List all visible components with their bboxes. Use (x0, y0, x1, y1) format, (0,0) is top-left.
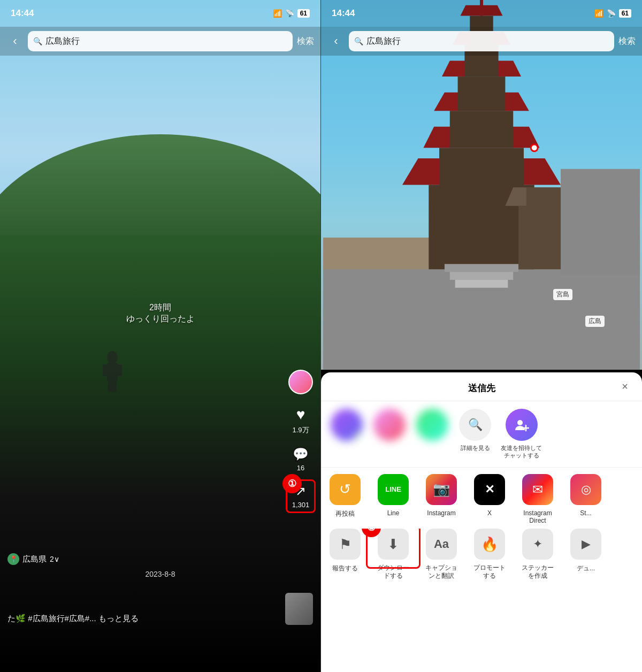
status-bar-left: 14:44 📶 📡 61 (0, 0, 320, 27)
download-item-wrap: ② ⬇ ダウンロードする (369, 529, 417, 579)
apps-row-2: ⚑ 報告する ② ⬇ ダウンロードする Aa キャプ (321, 529, 642, 584)
location-name: 広島県 (22, 554, 47, 564)
share-count: 1,301 (292, 501, 310, 509)
comment-button[interactable]: 💬 16 (293, 447, 309, 472)
svg-rect-25 (450, 272, 513, 280)
search-text-left: 広島旅行 (45, 36, 80, 47)
download-label: ダウンロードする (377, 564, 409, 579)
app-sticker[interactable]: ✦ ステッカーを作成 (514, 529, 562, 579)
tags-text[interactable]: た🌿 #広島旅行#広島#... もっと見る (7, 614, 139, 623)
report-icon: ⚑ (330, 529, 361, 560)
share-sheet-header: 送信先 × (321, 372, 642, 401)
line-label: Line (387, 509, 400, 517)
contacts-row: 🔍 詳細を見る 友達を招待してチャットする (321, 401, 642, 467)
share-sheet-title: 送信先 (468, 382, 495, 394)
tags-area: た🌿 #広島旅行#広島#... もっと見る (7, 614, 283, 624)
x-label: X (487, 509, 492, 517)
video-text-left: 2時間 ゆっくり回ったよ (126, 302, 195, 325)
thumbnail-strip[interactable] (285, 593, 313, 625)
app-caption[interactable]: Aa キャプションと翻訳 (417, 529, 465, 579)
search-input-left[interactable]: 🔍 広島旅行 (28, 31, 293, 51)
video-desc-text: ゆっくり回ったよ (126, 314, 195, 325)
left-phone-panel: 14:44 📶 📡 61 ‹ 🔍 広島旅行 検索 2時間 ゆっくり回ったよ ♥ … (0, 0, 321, 672)
app-instagram[interactable]: 📷 Instagram (417, 474, 465, 525)
caption-label: キャプションと翻訳 (425, 564, 457, 579)
instagram-label: Instagram (427, 509, 455, 517)
contact-item-2[interactable] (372, 409, 407, 444)
search-input-right[interactable]: 🔍 広島旅行 (349, 31, 614, 51)
svg-rect-4 (108, 380, 112, 392)
status-icons-right: 📶 📡 61 (594, 9, 631, 18)
svg-rect-1 (107, 363, 118, 381)
signal-icon-left: 📶 (273, 9, 282, 18)
status-icons-left: 📶 📡 61 (273, 9, 310, 18)
like-count: 1.9万 (292, 425, 309, 435)
share-sheet: 送信先 × (321, 372, 642, 672)
location-tag[interactable]: 📍 広島県 2∨ (7, 553, 59, 565)
add-friend-item[interactable]: 友達を招待してチャットする (501, 409, 542, 460)
stories-icon: ◎ (570, 474, 601, 505)
map-label-hiroshima: 広島 (585, 316, 605, 327)
contact-avatar-2 (373, 409, 406, 441)
app-instagram-direct[interactable]: ✉ InstagramDirect (514, 474, 562, 525)
duel-label: デュ... (577, 564, 595, 573)
svg-rect-5 (112, 380, 117, 392)
svg-rect-2 (103, 364, 108, 376)
svg-rect-12 (450, 111, 513, 148)
svg-rect-3 (117, 364, 122, 376)
app-report[interactable]: ⚑ 報告する (321, 529, 369, 579)
contact-item-1[interactable] (330, 409, 364, 444)
status-bar-right: 14:44 📶 📡 61 (321, 0, 642, 27)
location-count: 2∨ (50, 555, 59, 563)
mountain-overlay (0, 235, 320, 672)
time-left: 14:44 (11, 8, 34, 19)
duel-icon: ▶ (570, 529, 601, 560)
divider-1 (321, 467, 642, 468)
back-button-left[interactable]: ‹ (6, 34, 24, 48)
contact-item-3[interactable] (415, 409, 449, 444)
time-right: 14:44 (332, 8, 355, 19)
svg-point-0 (107, 351, 118, 364)
right-phone-panel: 宮島 広島 14:44 📶 📡 61 ‹ 🔍 広島旅行 検索 送信先 × (321, 0, 642, 672)
app-x[interactable]: ✕ X (465, 474, 514, 525)
search-button-left[interactable]: 検索 (297, 36, 314, 47)
wifi-icon-right: 📡 (607, 9, 616, 18)
svg-point-28 (532, 145, 537, 150)
creator-avatar[interactable] (288, 370, 313, 394)
battery-right: 61 (619, 9, 631, 18)
promote-label: プロモートする (473, 564, 506, 579)
app-line[interactable]: LINE Line (369, 474, 417, 525)
action-buttons: ♥ 1.9万 💬 16 ① ↗ 1,301 (288, 370, 313, 509)
app-promote[interactable]: 🔥 プロモートする (465, 529, 514, 579)
app-stories[interactable]: ◎ St... (562, 474, 610, 525)
back-button-right[interactable]: ‹ (327, 34, 345, 48)
instagram-icon: 📷 (426, 474, 457, 505)
search-text-right: 広島旅行 (366, 36, 401, 47)
signal-icon-right: 📶 (594, 9, 603, 18)
instagram-direct-label: InstagramDirect (523, 509, 552, 525)
like-button[interactable]: ♥ 1.9万 (292, 406, 309, 435)
sticker-label: ステッカーを作成 (522, 564, 554, 579)
sticker-icon: ✦ (522, 529, 553, 560)
svg-rect-29 (561, 169, 640, 274)
app-duel[interactable]: ▶ デュ... (562, 529, 610, 579)
close-button[interactable]: × (617, 379, 632, 394)
app-repost[interactable]: ↺ 再投稿 (321, 474, 369, 525)
report-label: 報告する (332, 564, 358, 573)
svg-rect-24 (445, 264, 518, 272)
date-label: 2023-8-8 (145, 570, 175, 578)
apps-row-1: ↺ 再投稿 LINE Line 📷 Instagram (321, 470, 642, 529)
add-friend-button[interactable] (506, 409, 538, 441)
search-contact-button[interactable]: 🔍 (459, 409, 491, 441)
search-button-right[interactable]: 検索 (618, 36, 636, 47)
svg-rect-10 (439, 148, 524, 190)
instagram-direct-icon: ✉ (522, 474, 553, 505)
x-icon: ✕ (474, 474, 505, 505)
search-bar-left: ‹ 🔍 広島旅行 検索 (0, 27, 320, 56)
contact-search-item[interactable]: 🔍 詳細を見る (458, 409, 492, 452)
contact-avatar-3 (416, 409, 448, 441)
wifi-icon-left: 📡 (285, 9, 294, 18)
app-download[interactable]: ⬇ ダウンロードする (369, 529, 417, 579)
stories-label: St... (580, 509, 591, 517)
map-label-miyajima: 宮島 (553, 289, 572, 300)
